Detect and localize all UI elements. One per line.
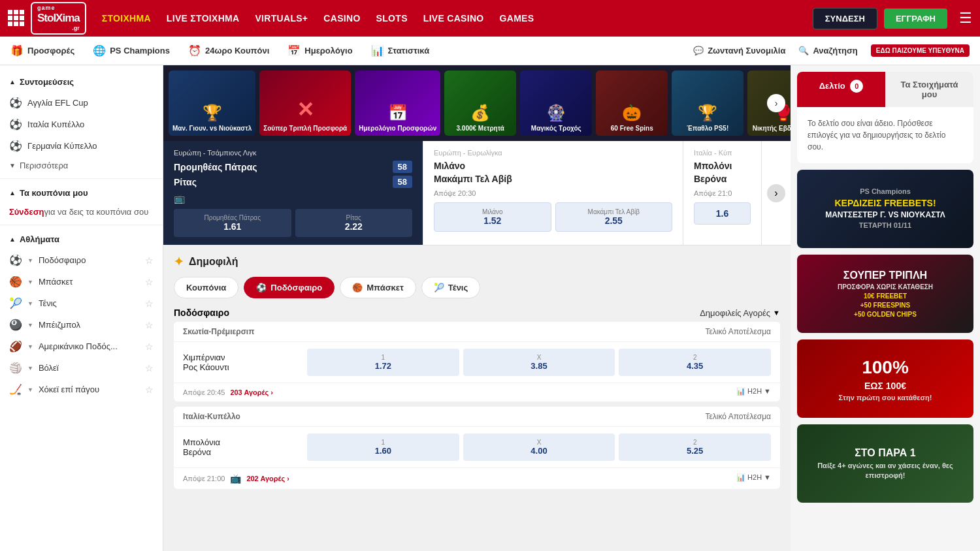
- sidebar-item-tennis[interactable]: 🎾 Τένις ☆: [0, 292, 163, 314]
- am-football-fav-icon[interactable]: ☆: [145, 341, 154, 352]
- odd-btn-3-1[interactable]: 1.6: [694, 202, 751, 225]
- sidebar-item-germany-cup[interactable]: ⚽ Γερμανία Κύπελλο: [0, 135, 163, 157]
- sidebar-item-hockey[interactable]: 🏒 Χόκεϊ επί πάγου ☆: [0, 379, 163, 400]
- live-match-card-2[interactable]: Ευρώπη - Ευρωλίγκα Μιλάνο Μακάμπι Τελ Αβ…: [423, 141, 683, 245]
- more-caret: [9, 162, 16, 169]
- hamburger-menu-icon[interactable]: ☰: [959, 10, 972, 27]
- search-button[interactable]: 🔍 Αναζήτηση: [798, 46, 857, 55]
- nav-virtuals[interactable]: VIRTUALS+: [255, 13, 308, 24]
- nav-offers[interactable]: 🎁 Προσφορές: [10, 44, 74, 57]
- matches-next-button[interactable]: ›: [767, 184, 785, 202]
- odd-cell-1-2[interactable]: X 3.85: [463, 349, 615, 376]
- betslip-tab-my-bets[interactable]: Τα Στοιχήματά μου: [885, 72, 973, 107]
- sidebar-item-american-football[interactable]: 🏈 Αμερικάνικο Ποδός... ☆: [0, 336, 163, 357]
- promo-banner-2[interactable]: ΣΟΥΠΕΡ ΤΡΙΠΛΗ ΠΡΟΣΦΟΡΑ ΧΩΡΙΣ ΚΑΤΑΘΕΣΗ 10…: [797, 255, 973, 333]
- soccer-fav-icon[interactable]: ☆: [145, 255, 154, 266]
- popular-markets-button[interactable]: Δημοφιλείς Αγορές ▼: [700, 308, 780, 318]
- nav-games[interactable]: GAMES: [500, 13, 534, 24]
- hockey-fav-icon[interactable]: ☆: [145, 385, 154, 395]
- baseball-fav-icon[interactable]: ☆: [145, 320, 154, 330]
- promo-icon-1: ✕: [297, 97, 314, 122]
- logo-sub: .gr: [37, 25, 80, 32]
- promo-card-epathlo[interactable]: 🏆 Έπαθλο PS5!: [672, 71, 743, 136]
- sidebar-item-italy-cup[interactable]: ⚽ Ιταλία Κυπέλλο: [0, 114, 163, 135]
- site-logo[interactable]: game StoIXima .gr: [31, 2, 86, 35]
- shortcuts-caret[interactable]: [9, 78, 16, 86]
- promo-next-button[interactable]: ›: [767, 94, 785, 112]
- promo-card-cash[interactable]: 💰 3.000€ Μετρητά: [444, 71, 516, 136]
- promo-banner-4[interactable]: ΣΤΟ ΠΑΡΑ 1 Παίξε 4+ αγώνες και αν χάσεις…: [797, 424, 973, 503]
- tab-soccer[interactable]: ⚽ Ποδόσφαιρο: [244, 277, 335, 298]
- more-toggle[interactable]: Περισσότερα: [0, 157, 163, 174]
- nav-calendar[interactable]: 📅 Ημερολόγιο: [287, 44, 352, 57]
- agores-link-2[interactable]: 202 Αγορές ›: [246, 475, 289, 482]
- h2h-badge-2[interactable]: 📊 H2H ▼: [736, 473, 771, 482]
- live-odds-1: Προμηθέας Πάτρας 1.61 Ρίτας 2.22: [174, 209, 412, 237]
- coupons-caret[interactable]: [9, 189, 16, 197]
- tennis-fav-icon[interactable]: ☆: [145, 298, 154, 309]
- my-bets-tab-label: Τα Στοιχήματά μου: [901, 80, 958, 99]
- nav-24-coupon[interactable]: ⏰ 24ωρο Κουπόνι: [188, 44, 269, 57]
- responsible-gambling-button[interactable]: ΕΔΩ ΠΑΙΖΟΥΜΕ ΥΠΕΥΘΥΝΑ: [871, 44, 970, 57]
- h2h-badge-1[interactable]: 📊 H2H ▼: [736, 387, 771, 396]
- tab-basketball-icon: 🏀: [352, 283, 363, 292]
- nav-live-casino[interactable]: LIVE CASINO: [423, 13, 484, 24]
- american-football-label: Αμερικάνικο Ποδός...: [39, 341, 118, 351]
- odd-btn-2-1[interactable]: Μιλάνο 1.52: [434, 202, 551, 232]
- promo-card-souper-tripi[interactable]: ✕ Σούπερ Τριπλή Προσφορά: [259, 71, 351, 136]
- odd-cell-1-1[interactable]: 1 1.72: [307, 349, 459, 376]
- odd-label-1-1: Προμηθέας Πάτρας: [176, 214, 289, 221]
- sidebar-divider-1: [0, 178, 163, 179]
- tab-soccer-label: Ποδόσφαιρο: [270, 283, 322, 292]
- coupon-login-link[interactable]: Σύνδεση: [9, 207, 44, 217]
- soccer-icon-2: ⚽: [9, 118, 22, 131]
- star-icon: ✦: [174, 255, 184, 269]
- live-chat-button[interactable]: 💬 Ζωντανή Συνομιλία: [693, 46, 785, 55]
- betslip-tab-active[interactable]: Δελτίο 0: [797, 72, 885, 107]
- odd-btn-1-1[interactable]: Προμηθέας Πάτρας 1.61: [174, 209, 291, 237]
- league-label-2: Ευρώπη - Ευρωλίγκα: [434, 149, 672, 157]
- sidebar-item-england-efl[interactable]: ⚽ Αγγλία EFL Cup: [0, 92, 163, 114]
- tab-tennis[interactable]: 🎾 Τένις: [421, 277, 480, 298]
- odd-cell-2-3[interactable]: 2 5.25: [619, 433, 771, 461]
- odd-val-2-1: 1.52: [437, 215, 548, 226]
- matches-next-area: ›: [762, 141, 791, 245]
- nav-ps-champions[interactable]: 🌐 PS Champions: [93, 44, 170, 57]
- volleyball-fav-icon[interactable]: ☆: [145, 363, 154, 373]
- odd-cell-1-3[interactable]: 2 4.35: [619, 349, 771, 376]
- coupon-login-suffix: για να δεις τα κουπόνια σου: [44, 207, 149, 217]
- sidebar-item-baseball[interactable]: 🎱 Μπέιζμπολ ☆: [0, 314, 163, 336]
- live-chat-label: Ζωντανή Συνομιλία: [708, 46, 785, 55]
- register-button[interactable]: ΕΓΓΡΑΦΗ: [884, 8, 947, 29]
- sidebar-item-basketball[interactable]: 🏀 Μπάσκετ ☆: [0, 271, 163, 292]
- nav-casino[interactable]: CASINO: [323, 13, 360, 24]
- nav-live-stoixima[interactable]: LIVE ΣΤΟΙΧΗΜΑ: [167, 13, 240, 24]
- banner-3-text: 100% ΕΩΣ 100€ Στην πρώτη σου κατάθεση!: [839, 354, 932, 403]
- sports-header: Αθλήματα: [0, 229, 163, 249]
- sidebar-item-volleyball[interactable]: 🏐 Βόλεϊ ☆: [0, 357, 163, 379]
- promo-card-free-spins[interactable]: 🎃 60 Free Spins: [596, 71, 668, 136]
- promo-banner-1[interactable]: PS Champions ΚΕΡΔΙΖΕΙΣ FREEBETS! ΜΑΝΤΣΕΣ…: [797, 170, 973, 248]
- promo-card-ps-champions[interactable]: 🏆 Μαν. Γιουν. vs Νιούκαστλ: [169, 71, 255, 136]
- nav-stoixima[interactable]: ΣΤΟΙΧΗΜΑ: [102, 13, 151, 24]
- odd-cell-2-1[interactable]: 1 1.60: [307, 433, 459, 461]
- login-button[interactable]: ΣΥΝΔΕΣΗ: [813, 8, 877, 29]
- agores-link-1[interactable]: 203 Αγορές ›: [230, 388, 273, 396]
- nav-statistics[interactable]: 📊 Στατιστικά: [371, 44, 430, 57]
- promo-banner-3[interactable]: 100% ΕΩΣ 100€ Στην πρώτη σου κατάθεση!: [797, 339, 973, 418]
- odd-btn-1-2[interactable]: Ρίτας 2.22: [295, 209, 413, 237]
- grid-menu-icon[interactable]: [8, 10, 24, 26]
- live-match-card-1[interactable]: Ευρώπη - Τσάμπιονς Λιγκ Προμηθέας Πάτρας…: [163, 141, 423, 245]
- tab-basketball[interactable]: 🏀 Μπάσκετ: [340, 277, 416, 298]
- odd-btn-2-2[interactable]: Μακάμπι Τελ Αβίβ 2.55: [555, 202, 673, 232]
- sidebar-item-soccer[interactable]: ⚽ Ποδόσφαιρο ☆: [0, 249, 163, 271]
- tab-coupons[interactable]: Κουπόνια: [174, 277, 238, 298]
- sports-caret[interactable]: [9, 236, 16, 243]
- sport-tabs: Κουπόνια ⚽ Ποδόσφαιρο 🏀 Μπάσκετ 🎾 Τένις: [174, 277, 780, 298]
- nav-slots[interactable]: SLOTS: [376, 13, 408, 24]
- odd-cell-2-2[interactable]: X 4.00: [463, 433, 615, 461]
- basketball-fav-icon[interactable]: ☆: [145, 277, 154, 287]
- live-match-card-3[interactable]: Ιταλία - Κύπ Μπολόνι Βερόνα Απόψε 21:0 1…: [683, 141, 762, 245]
- promo-card-calendar[interactable]: 📅 Ημερολόγιο Προσφορών: [355, 71, 440, 136]
- promo-card-wheel[interactable]: 🎡 Μαγικός Τροχός: [520, 71, 592, 136]
